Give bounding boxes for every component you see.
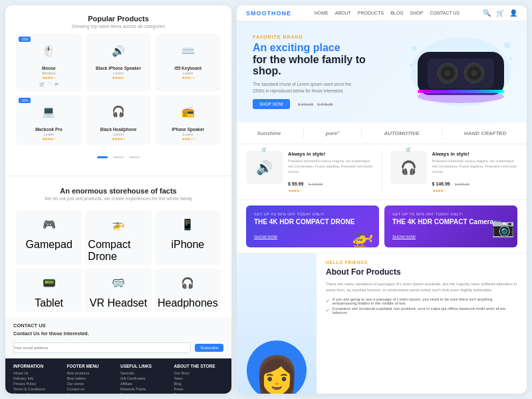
footer-link[interactable]: Terms & Conditions (13, 387, 63, 391)
list-item[interactable]: 📱 iPhone (155, 210, 221, 265)
product-title: Always in style! (432, 151, 518, 157)
product-description: Praesent commodo cursus magna, vel scele… (288, 159, 374, 174)
page-dot-active[interactable] (97, 156, 108, 158)
product-description: Praesent commodo cursus magna, vel scele… (432, 159, 518, 174)
check-icon: ✓ (326, 299, 330, 304)
promo-link[interactable]: SHOW NOW (392, 235, 416, 239)
product-stars: ★★★★☆ (42, 75, 55, 80)
hero-price: $ 249.00 $ 349.00 (295, 102, 333, 106)
promo-link[interactable]: SHOW NOW (254, 235, 277, 239)
hero-tag: FAVORITE BRAND (253, 35, 386, 39)
hero-product-image (404, 35, 511, 108)
footer-link[interactable]: Team (174, 376, 224, 380)
nav-about[interactable]: ABOUT (335, 11, 351, 15)
list-item[interactable]: 🎮 Gamepad (16, 210, 82, 265)
footer-link[interactable]: Rewards Points (120, 387, 170, 391)
drone-icon: 🚁 (350, 225, 374, 247)
product-name: VR Headset (90, 297, 147, 309)
footer-link[interactable]: Newsletter (120, 392, 170, 394)
discount-badge: -20% (19, 37, 31, 42)
footer-link[interactable]: Contact Us (13, 392, 63, 394)
brand-pure: pure° (326, 130, 340, 136)
list-item[interactable]: 📻 iPhone Speaker Lorem ★★★☆☆ (155, 95, 221, 145)
check-icon: ✓ (326, 308, 330, 313)
check-text: Excepteur sint occaecat cupidatat non pr… (332, 307, 517, 315)
email-field[interactable] (13, 342, 191, 353)
nav-links: HOME ABOUT PRODUCTS BLOG SHOP CONTACT US (315, 11, 460, 15)
nav-bar: SMOOTHONE HOME ABOUT PRODUCTS BLOG SHOP … (237, 5, 527, 21)
footer-link[interactable]: Login (67, 392, 117, 394)
pagination (13, 145, 223, 165)
footer-link[interactable]: Specials (120, 371, 170, 375)
footer-link[interactable]: Our stores (67, 382, 117, 386)
footer-link[interactable]: Our Story (174, 371, 224, 375)
nav-blog[interactable]: BLOG (390, 11, 403, 15)
footer-col-title: USEFUL LINKS (120, 364, 170, 368)
page-dot[interactable] (113, 156, 124, 158)
list-item[interactable]: 🎧 Black Headphone Lorem ★★★★☆ (86, 95, 152, 145)
footer-link[interactable]: Gift Certificates (120, 376, 170, 380)
cart-icon[interactable]: 🛒 (496, 9, 504, 17)
nav-contact[interactable]: CONTACT US (430, 11, 460, 15)
nav-products[interactable]: PRODUCTS (358, 11, 384, 15)
check-text: If you are going to use a passage of Lor… (332, 297, 517, 305)
add-to-cart-icon[interactable]: 🛒 (39, 82, 45, 87)
brands-row: Sunshine pure° AUTOMOTIVE HAND CRAFTED (237, 122, 527, 144)
featured-product-2: 🛒 🎧 Always in style! Praesent commodo cu… (390, 151, 518, 193)
footer-link[interactable]: Careers (174, 392, 224, 394)
product-title: Always in style! (288, 151, 374, 157)
page-dot[interactable] (129, 156, 140, 158)
footer-link[interactable]: About Us (13, 371, 63, 375)
product-divider (382, 151, 382, 193)
product-info: Always in style! Praesent commodo cursus… (432, 151, 518, 193)
hero-title-blue: An exciting place (253, 42, 386, 54)
product-price-row: $ 149.99 $ 199.99 (432, 176, 518, 188)
compare-icon[interactable]: ⇄ (55, 82, 59, 87)
product-name: Black iPhone Speaker (96, 66, 141, 71)
footer-link[interactable]: Contact us (67, 387, 117, 391)
product-price: $ 99.99 (288, 182, 303, 186)
nav-home[interactable]: HOME (315, 11, 329, 15)
brand-automotive: AUTOMOTIVE (384, 130, 419, 136)
subscribe-button[interactable]: Subscribe (195, 344, 223, 352)
cart-icon-sm[interactable]: 🛒 (406, 147, 412, 152)
footer-link[interactable]: Press (174, 387, 224, 391)
footer-link[interactable]: Affiliate (120, 382, 170, 386)
wishlist-icon[interactable]: ♡ (48, 82, 52, 87)
list-item[interactable]: ⌨️ i55 Keyboard Lorem ★★★☆☆ (155, 34, 221, 91)
product-name: Headphones (158, 297, 218, 309)
promo-banners-row: GET UP TO 50% OFF TODAY ONLY! THE 4K HDR… (237, 200, 527, 253)
list-item[interactable]: 🥽 VR Headset (85, 269, 151, 312)
list-item[interactable]: -20% 🖱️ Mouse Wireless ★★★★☆ 🛒 ♡ ⇄ (16, 34, 82, 91)
footer-link[interactable]: Delivery Info (13, 376, 63, 380)
product-name: Macbook Pro (35, 127, 63, 132)
product-actions: 🛒 ♡ ⇄ (39, 82, 59, 87)
list-item[interactable]: 📟 Tablet (16, 269, 82, 312)
promo-banner-camera[interactable]: GET UP TO 50% OFF TODAY ONLY! THE 4K HDR… (384, 205, 517, 247)
footer-link[interactable]: Blog (174, 382, 224, 386)
svg-point-5 (444, 70, 451, 76)
list-item[interactable]: 🚁 Compact Drone (85, 210, 151, 265)
list-item[interactable]: -10% 💻 Macbook Pro Lorem ★★★★☆ (16, 95, 82, 145)
popular-products-grid: -20% 🖱️ Mouse Wireless ★★★★☆ 🛒 ♡ ⇄ 🔊 Bla… (13, 34, 223, 145)
search-icon[interactable]: 🔍 (483, 9, 491, 17)
shop-now-button[interactable]: SHOP NOW (253, 99, 290, 109)
cart-icon-sm[interactable]: 🛒 (261, 147, 267, 152)
svg-point-8 (471, 70, 477, 76)
product-image: 🔊 (246, 151, 283, 184)
list-item[interactable]: 🎧 Headphones (155, 269, 221, 312)
list-item[interactable]: 🔊 Black iPhone Speaker Lorem ★★★★☆ (86, 34, 152, 91)
brand-sunshine: Sunshine (257, 130, 281, 136)
speaker-svg (404, 35, 517, 112)
popular-products-title: Popular Products (13, 15, 223, 23)
footer-link[interactable]: New products (67, 371, 117, 375)
footer-link[interactable]: Privacy Policy (13, 382, 63, 386)
nav-shop[interactable]: SHOP (410, 11, 424, 15)
product-old-price: $ 149.99 (309, 182, 323, 186)
user-icon[interactable]: 👤 (509, 9, 517, 17)
footer-link[interactable]: Best sellers (67, 376, 117, 380)
product-stars: ★★★☆☆ (182, 75, 195, 80)
left-panel: Popular Products Showing top rated items… (5, 5, 231, 394)
promo-banner-drone[interactable]: GET UP TO 50% OFF TODAY ONLY! THE 4K HDR… (246, 205, 379, 247)
brand-handcrafted: HAND CRAFTED (464, 130, 507, 136)
